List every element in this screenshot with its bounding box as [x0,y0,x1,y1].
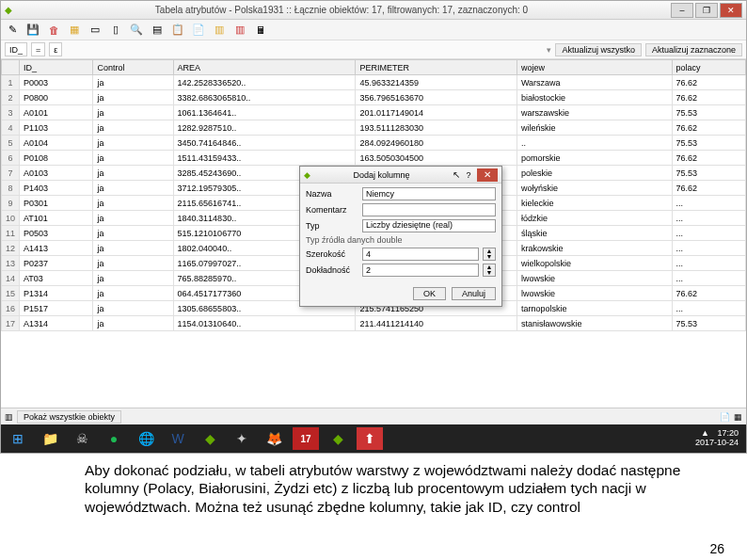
table-cell[interactable]: 75.53 [672,166,745,181]
column-header[interactable]: ID_ [20,60,93,75]
table-cell[interactable]: A1314 [20,316,93,331]
table-row[interactable]: 6P0108ja1511.43159433..163.5050304500pom… [2,151,746,166]
table-cell[interactable]: 76.62 [672,90,745,105]
app-icon[interactable]: ✦ [229,427,255,450]
table-cell[interactable]: P1403 [20,181,93,196]
table-cell[interactable]: 15 [2,286,20,301]
table-cell[interactable]: AT03 [20,271,93,286]
table-cell[interactable]: 11 [2,226,20,241]
calc-icon[interactable]: 🖩 [253,23,268,38]
table-cell[interactable]: kieleckie [517,196,672,211]
table-cell[interactable]: A0101 [20,105,93,120]
table-cell[interactable]: ... [672,301,745,316]
qgis2-icon[interactable]: ◆ [325,427,351,450]
table-cell[interactable]: 76.62 [672,75,745,90]
select-icon[interactable]: ▭ [87,23,103,38]
table-cell[interactable]: 284.0924960180 [356,136,517,151]
filter-icon[interactable]: ▤ [150,23,165,38]
table-cell[interactable]: 356.7965163670 [356,90,517,105]
delete-icon[interactable]: 🗑 [46,23,61,38]
table-cell[interactable]: ja [93,271,173,286]
table-cell[interactable]: ja [93,226,173,241]
spotify-icon[interactable]: ● [101,427,127,450]
table-row[interactable]: 2P0800ja3382.6863065810..356.7965163670b… [2,90,746,105]
show-all-button[interactable]: Pokaż wszystkie obiekty [17,410,121,424]
table-cell[interactable]: 45.9633214359 [356,75,517,90]
table-cell[interactable]: ... [672,226,745,241]
table-cell[interactable]: 1282.9287510.. [173,120,356,136]
table-cell[interactable]: ja [93,196,173,211]
paste-icon[interactable]: 📄 [191,23,206,38]
table-row[interactable]: 4P1103ja1282.9287510..193.5111283030wile… [2,120,746,136]
table-cell[interactable]: Warszawa [517,75,672,90]
table-cell[interactable]: 17 [2,316,20,331]
table-cell[interactable]: P0237 [20,256,93,271]
qgis-taskbar-icon[interactable]: ◆ [197,427,223,450]
deselect-icon[interactable]: ▯ [108,23,123,38]
table-cell[interactable]: 142.2528336520.. [173,75,356,90]
table-cell[interactable]: 12 [2,241,20,256]
table-cell[interactable]: ja [93,286,173,301]
table-view-icon[interactable]: ▦ [734,412,742,422]
table-cell[interactable]: P1517 [20,301,93,316]
table-row[interactable]: 3A0101ja1061.1364641..201.0117149014wars… [2,105,746,120]
table-cell[interactable]: wołyńskie [517,181,672,196]
field-select[interactable]: ID_ [5,42,27,56]
restore-button[interactable]: ❐ [695,3,718,18]
comment-field[interactable] [362,203,496,216]
help-button[interactable]: ? [460,170,477,180]
cancel-button[interactable]: Anuluj [452,287,496,300]
table-cell[interactable]: tarnopolskie [517,301,672,316]
type-select[interactable]: Liczby dziesiętne (real) [362,219,496,232]
system-clock[interactable]: ▲ 17:20 2017-10-24 [695,429,742,448]
table-cell[interactable]: 1154.01310640.. [173,316,356,331]
table-cell[interactable]: 193.5111283030 [356,120,517,136]
edit-icon[interactable]: ✎ [5,23,20,38]
save-icon[interactable]: 💾 [25,23,40,38]
table-cell[interactable]: 75.53 [672,105,745,120]
close-button[interactable]: ✕ [720,3,742,18]
table-cell[interactable]: 76.62 [672,181,745,196]
table-cell[interactable]: pomorskie [517,151,672,166]
table-cell[interactable]: A0103 [20,166,93,181]
table-cell[interactable]: 201.0117149014 [356,105,517,120]
explorer-icon[interactable]: 📁 [37,427,63,450]
ok-button[interactable]: OK [413,287,446,300]
table-cell[interactable]: P1314 [20,286,93,301]
table-cell[interactable]: 13 [2,256,20,271]
table-cell[interactable]: ja [93,105,173,120]
table-cell[interactable]: 5 [2,136,20,151]
table-cell[interactable]: ja [93,256,173,271]
update-selected-button[interactable]: Aktualizuj zaznaczone [645,43,742,56]
table-cell[interactable]: 76.62 [672,151,745,166]
table-cell[interactable]: 1061.1364641.. [173,105,356,120]
remove-column-icon[interactable]: ▥ [232,23,247,38]
copy-icon[interactable]: 📋 [170,23,185,38]
table-cell[interactable]: ja [93,75,173,90]
zoom-selected-icon[interactable]: 🔍 [129,23,144,38]
table-cell[interactable]: ja [93,211,173,226]
table-cell[interactable]: 14 [2,271,20,286]
table-cell[interactable]: 4 [2,120,20,136]
table-cell[interactable]: 16 [2,301,20,316]
table-cell[interactable]: lwowskie [517,271,672,286]
table-cell[interactable]: wileńskie [517,120,672,136]
table-cell[interactable]: ... [672,271,745,286]
dialog-close-button[interactable]: ✕ [477,168,498,182]
table-cell[interactable]: ja [93,241,173,256]
table-cell[interactable]: lwowskie [517,286,672,301]
epsilon-button[interactable]: ε [49,42,62,56]
table-cell[interactable]: białostockie [517,90,672,105]
table-row[interactable]: 17A1314ja1154.01310640..211.4411214140st… [2,316,746,331]
table-cell[interactable]: 76.62 [672,120,745,136]
table-row[interactable]: 5A0104ja3450.74164846..284.0924960180..7… [2,136,746,151]
table-cell[interactable]: 163.5050304500 [356,151,517,166]
table-cell[interactable]: A0104 [20,136,93,151]
table-cell[interactable]: 76.62 [672,286,745,301]
table-cell[interactable]: 75.53 [672,316,745,331]
column-header[interactable]: polacy [672,60,745,75]
table-cell[interactable]: poleskie [517,166,672,181]
table-cell[interactable]: stanisławowskie [517,316,672,331]
table-cell[interactable]: 6 [2,151,20,166]
table-cell[interactable]: ja [93,301,173,316]
